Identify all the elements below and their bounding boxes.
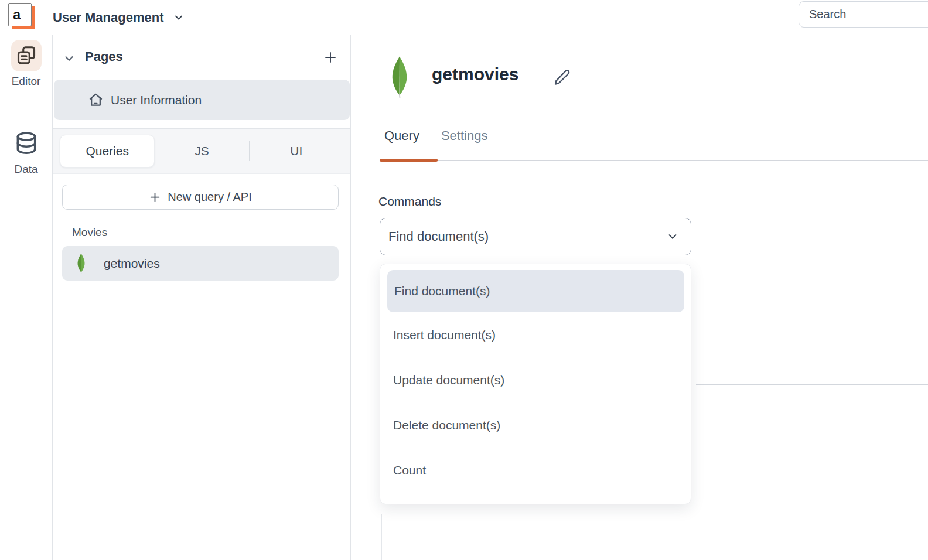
- pages-sidebar: Pages User Information Queries JS UI: [53, 35, 351, 560]
- home-icon: [88, 92, 104, 108]
- page-item-user-information[interactable]: User Information: [54, 80, 350, 120]
- pencil-icon: [553, 69, 571, 86]
- commands-select-value: Find document(s): [388, 229, 666, 244]
- left-rail: Editor Data: [0, 35, 53, 560]
- query-item-label: getmovies: [104, 257, 160, 271]
- dropdown-option-insert[interactable]: Insert document(s): [380, 312, 691, 357]
- app-root: a_ User Management Edito: [0, 0, 928, 560]
- dropdown-option-count[interactable]: Count: [380, 448, 691, 493]
- editor-segmented-control: Queries JS UI: [60, 135, 343, 168]
- panel-left-border: [381, 514, 382, 560]
- tab-settings[interactable]: Settings: [441, 128, 488, 144]
- editor-icon-box: [11, 40, 42, 71]
- database-icon: [13, 130, 39, 157]
- add-page-button[interactable]: [323, 50, 337, 64]
- new-query-button[interactable]: New query / API: [62, 185, 339, 210]
- mongodb-icon: [76, 253, 86, 274]
- page-item-label: User Information: [111, 93, 202, 107]
- tabs-bottom-border: [380, 160, 928, 161]
- chevron-down-icon: [173, 12, 185, 23]
- query-group-label: Movies: [72, 226, 107, 239]
- pages-header: Pages: [85, 49, 123, 64]
- rail-label-editor: Editor: [12, 75, 41, 88]
- chevron-down-icon: [666, 230, 679, 243]
- pages-header-row: Pages: [53, 48, 350, 69]
- app-title: User Management: [53, 10, 164, 25]
- tab-ui[interactable]: UI: [250, 135, 343, 168]
- tab-js[interactable]: JS: [155, 135, 248, 168]
- chevron-down-icon[interactable]: [63, 52, 76, 65]
- tab-queries[interactable]: Queries: [60, 135, 155, 168]
- query-item-getmovies[interactable]: getmovies: [62, 246, 339, 281]
- plus-icon: [149, 191, 161, 203]
- rail-item-editor[interactable]: Editor: [0, 40, 52, 88]
- data-icon-box: [11, 128, 42, 159]
- query-editor-main: getmovies Query Settings Commands Find d…: [352, 35, 928, 560]
- sidebar-tab-band: Queries JS UI: [53, 129, 350, 174]
- rail-label-data: Data: [14, 163, 37, 176]
- mongodb-icon: [390, 56, 410, 98]
- pages-copy-icon: [16, 45, 37, 66]
- query-settings-tabs: Query Settings: [384, 128, 487, 144]
- edit-name-button[interactable]: [551, 67, 572, 88]
- new-query-label: New query / API: [168, 190, 251, 204]
- app-name-menu[interactable]: User Management: [53, 0, 185, 35]
- top-bar: a_ User Management: [0, 0, 928, 35]
- dropdown-option-delete[interactable]: Delete document(s): [380, 402, 691, 448]
- appsmith-logo[interactable]: a_: [8, 3, 35, 30]
- query-title: getmovies: [432, 64, 518, 84]
- rail-item-data[interactable]: Data: [0, 128, 52, 176]
- section-divider: [696, 384, 928, 385]
- search-input[interactable]: [799, 1, 928, 28]
- tab-query[interactable]: Query: [384, 128, 419, 144]
- commands-dropdown: Find document(s) Insert document(s) Upda…: [380, 264, 691, 504]
- dropdown-option-update[interactable]: Update document(s): [380, 357, 691, 402]
- logo-mark: a_: [8, 3, 32, 26]
- commands-select[interactable]: Find document(s): [380, 218, 691, 255]
- commands-label: Commands: [378, 194, 441, 209]
- dropdown-option-find[interactable]: Find document(s): [387, 270, 684, 312]
- active-tab-underline: [380, 159, 438, 162]
